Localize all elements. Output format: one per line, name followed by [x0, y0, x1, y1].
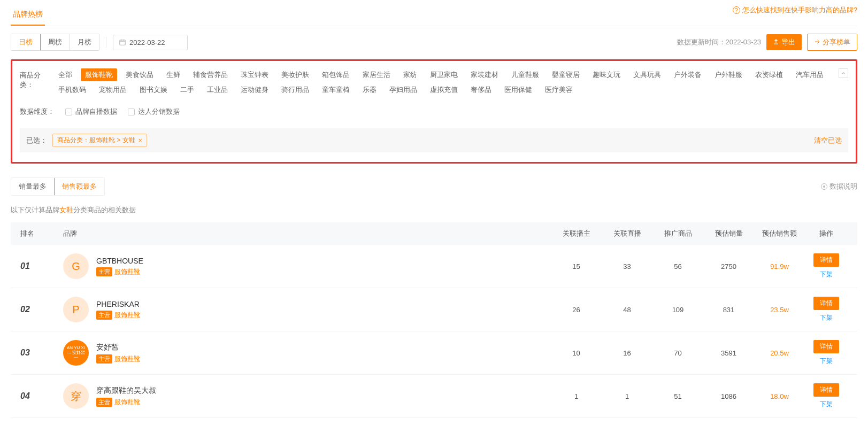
cell-live: 16 — [602, 349, 652, 357]
th-sales: 预估销售额 — [754, 229, 805, 238]
category-option[interactable]: 厨卫家电 — [426, 68, 462, 81]
category-option[interactable]: 二手 — [176, 83, 198, 96]
table-row: 04穿穿高跟鞋的吴大叔主营服饰鞋靴1151108618.0w详情下架 — [11, 375, 857, 418]
period-tab-week[interactable]: 周榜 — [41, 34, 70, 50]
dimension-label: 数据维度： — [20, 107, 55, 117]
page-tab-active[interactable]: 品牌热榜 — [11, 5, 45, 26]
cell-action: 详情下架 — [805, 340, 848, 366]
table-row: 03AN YU XI— 安妤皙 —安妤皙主营服饰鞋靴101670359120.5… — [11, 331, 857, 375]
tag-category[interactable]: 服饰鞋靴 — [114, 311, 140, 320]
category-option[interactable]: 儿童鞋服 — [507, 68, 543, 81]
category-option[interactable]: 孕妇用品 — [385, 83, 421, 96]
cell-sales: 23.5w — [754, 306, 805, 314]
rank-cell: 04 — [20, 391, 63, 401]
sort-tab-volume[interactable]: 销量最多 — [11, 178, 55, 195]
category-option[interactable]: 美食饮品 — [121, 68, 158, 81]
category-option[interactable]: 运动健身 — [236, 83, 273, 96]
th-rank: 排名 — [20, 229, 63, 238]
update-label: 数据更新时间：2022-03-23 — [677, 37, 762, 47]
category-filter-row: 商品分类： 全部服饰鞋靴美食饮品生鲜辅食营养品珠宝钟表美妆护肤箱包饰品家居生活家… — [20, 68, 848, 96]
category-option[interactable]: 婴童寝居 — [548, 68, 584, 81]
selected-label: 已选： — [26, 136, 47, 145]
category-option[interactable]: 服饰鞋靴 — [81, 68, 117, 81]
brand-cell: GGBTBHOUSE主营服饰鞋靴 — [63, 253, 551, 279]
sort-tab-sales[interactable]: 销售额最多 — [54, 177, 105, 196]
category-option[interactable]: 童车童椅 — [318, 83, 354, 96]
category-option[interactable]: 乐器 — [358, 83, 381, 96]
brand-name[interactable]: PHERISKAR — [96, 300, 140, 308]
category-option[interactable]: 文具玩具 — [629, 68, 665, 81]
brand-cell: 穿穿高跟鞋的吴大叔主营服饰鞋靴 — [63, 383, 551, 409]
category-option[interactable]: 美妆护肤 — [277, 68, 313, 81]
clear-selected-link[interactable]: 清空已选 — [814, 136, 842, 145]
tag-category[interactable]: 服饰鞋靴 — [114, 398, 140, 407]
tag-category[interactable]: 服饰鞋靴 — [114, 354, 140, 364]
toolbar: 日榜 周榜 月榜 2022-03-22 数据更新时间：2022-03-23 导出… — [11, 34, 857, 51]
cell-action: 详情下架 — [805, 297, 848, 322]
category-option[interactable]: 图书文娱 — [135, 83, 172, 96]
category-option[interactable]: 汽车用品 — [792, 68, 828, 81]
offshelf-link[interactable]: 下架 — [820, 313, 833, 322]
cell-live: 1 — [602, 392, 652, 400]
brand-logo: G — [63, 253, 89, 279]
brand-name[interactable]: 安妤皙 — [96, 343, 140, 352]
cell-sales: 18.0w — [754, 392, 805, 400]
upload-icon — [773, 38, 779, 47]
offshelf-link[interactable]: 下架 — [820, 270, 833, 279]
checkbox-distributor[interactable]: 达人分销数据 — [128, 107, 180, 117]
category-option[interactable]: 全部 — [54, 68, 76, 81]
cell-broadcaster: 15 — [551, 262, 602, 270]
offshelf-link[interactable]: 下架 — [820, 400, 833, 409]
category-option[interactable]: 农资绿植 — [751, 68, 787, 81]
category-values: 全部服饰鞋靴美食饮品生鲜辅食营养品珠宝钟表美妆护肤箱包饰品家居生活家纺厨卫家电家… — [54, 68, 836, 96]
detail-button[interactable]: 详情 — [813, 297, 839, 310]
detail-button[interactable]: 详情 — [813, 340, 839, 353]
category-option[interactable]: 虚拟充值 — [426, 83, 462, 96]
brand-name[interactable]: 穿高跟鞋的吴大叔 — [96, 386, 156, 396]
cell-action: 详情下架 — [805, 253, 848, 279]
sort-tabs: 销量最多 销售额最多 — [11, 177, 105, 196]
period-tab-month[interactable]: 月榜 — [70, 34, 99, 50]
selected-chip: 商品分类：服饰鞋靴 > 女鞋 × — [52, 134, 147, 147]
tag-main: 主营 — [96, 354, 112, 364]
offshelf-link[interactable]: 下架 — [820, 357, 833, 366]
checkbox-brand-self[interactable]: 品牌自播数据 — [65, 107, 117, 117]
data-description-link[interactable]: 数据说明 — [821, 182, 857, 191]
category-option[interactable]: 医用保健 — [500, 83, 536, 96]
category-option[interactable]: 趣味文玩 — [588, 68, 625, 81]
category-option[interactable]: 户外鞋服 — [710, 68, 747, 81]
category-option[interactable]: 工业品 — [203, 83, 232, 96]
category-option[interactable]: 奢侈品 — [466, 83, 496, 96]
category-option[interactable]: 生鲜 — [162, 68, 185, 81]
export-button[interactable]: 导出 — [766, 34, 802, 50]
help-link[interactable]: ? 怎么快速找到在快手影响力高的品牌? — [733, 5, 857, 15]
chip-remove-icon[interactable]: × — [139, 137, 142, 144]
category-option[interactable]: 宠物用品 — [95, 83, 131, 96]
share-button[interactable]: 分享榜单 — [807, 34, 857, 51]
category-option[interactable]: 骑行用品 — [277, 83, 313, 96]
category-option[interactable]: 户外装备 — [670, 68, 706, 81]
category-option[interactable]: 辅食营养品 — [189, 68, 232, 81]
svg-rect-0 — [120, 40, 126, 45]
category-option[interactable]: 珠宝钟表 — [236, 68, 273, 81]
cell-sales: 91.9w — [754, 262, 805, 270]
date-picker[interactable]: 2022-03-22 — [113, 35, 188, 50]
collapse-button[interactable] — [839, 68, 848, 78]
th-brand: 品牌 — [63, 229, 551, 238]
period-tab-day[interactable]: 日榜 — [11, 34, 41, 50]
category-option[interactable]: 家装建材 — [466, 68, 503, 81]
checkbox-icon — [128, 109, 135, 115]
detail-button[interactable]: 详情 — [813, 383, 839, 397]
category-option[interactable]: 箱包饰品 — [318, 68, 354, 81]
detail-button[interactable]: 详情 — [813, 253, 839, 267]
category-option[interactable]: 手机数码 — [54, 83, 90, 96]
category-option[interactable]: 家居生活 — [358, 68, 395, 81]
tag-category[interactable]: 服饰鞋靴 — [114, 267, 140, 276]
brand-name[interactable]: GBTBHOUSE — [96, 257, 143, 265]
rank-cell: 01 — [20, 261, 63, 271]
help-icon: ? — [733, 6, 740, 14]
cell-volume: 831 — [703, 306, 754, 314]
divider — [106, 37, 106, 48]
category-option[interactable]: 医疗美容 — [541, 83, 577, 96]
category-option[interactable]: 家纺 — [399, 68, 421, 81]
